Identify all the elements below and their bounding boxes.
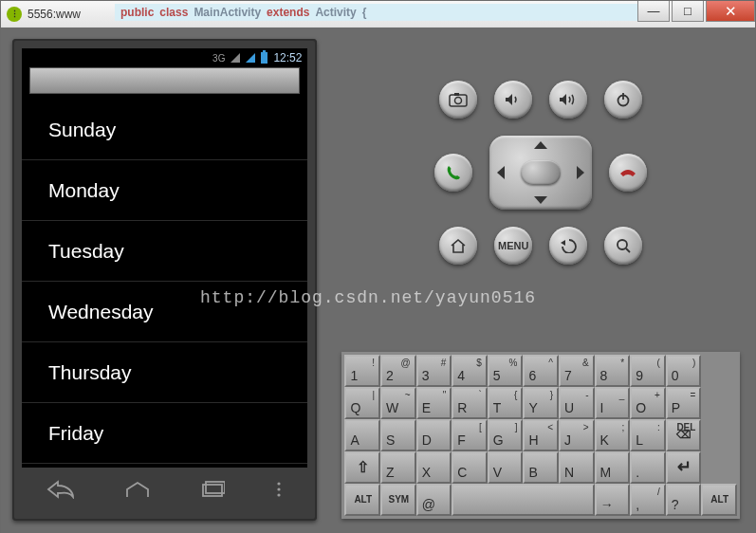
svg-line-11 [626,248,630,252]
power-button[interactable] [604,81,642,119]
dpad [489,136,592,210]
home-hw-button[interactable] [439,227,477,265]
end-call-button[interactable] [609,154,647,192]
list-item[interactable]: Thursday [22,342,307,403]
signal-icon [230,53,240,63]
key-X[interactable]: X [416,451,452,484]
status-bar: 3G 12:52 [22,48,307,67]
camera-button[interactable] [439,81,477,119]
key-→[interactable]: → [595,484,631,516]
volume-up-button[interactable] [549,81,587,119]
dpad-center[interactable] [521,160,561,185]
dpad-up[interactable] [534,141,547,149]
clock: 12:52 [273,51,302,64]
list-item[interactable]: Monday [22,160,307,221]
key-3[interactable]: 3# [416,355,452,387]
key-Z[interactable]: Z [380,451,416,484]
key-V[interactable]: V [488,451,524,484]
key-Y[interactable]: Y} [523,387,559,419]
close-button[interactable]: ✕ [706,1,755,22]
dpad-right[interactable] [577,166,584,179]
text-input[interactable] [29,67,300,94]
network-type: 3G [212,53,225,64]
menu-hw-button[interactable]: MENU [494,227,532,265]
key-F[interactable]: F[ [452,419,488,451]
key-↵[interactable]: ↵ [666,451,702,484]
volume-down-button[interactable] [494,81,532,119]
key-U[interactable]: U- [559,387,595,419]
key-K[interactable]: K; [595,419,631,451]
key-DEL[interactable]: ⌫DEL [666,419,702,451]
nav-bar [22,468,307,511]
key-9[interactable]: 9( [630,355,666,387]
key-A[interactable]: A [344,419,380,451]
battery-icon [261,52,267,64]
key-2[interactable]: 2@ [380,355,416,387]
key-C[interactable]: C [452,451,488,484]
key-⇧[interactable]: ⇧ [344,451,380,484]
key-4[interactable]: 4$ [452,355,488,387]
key-J[interactable]: J> [559,419,595,451]
key-SYM[interactable]: SYM [380,484,416,516]
key-P[interactable]: P= [666,387,702,419]
recent-apps-button[interactable] [200,480,225,499]
svg-rect-7 [454,93,459,96]
minimize-button[interactable]: — [637,1,670,22]
key-5[interactable]: 5% [488,355,524,387]
svg-point-6 [455,98,462,104]
key-ALT[interactable]: ALT [344,484,380,516]
device-frame: 3G 12:52 Sunday Monday Tuesday Wednesday… [12,39,317,521]
list-item[interactable]: Friday [22,403,307,464]
control-panel: MENU 1!2@3#4$5%6^7&8*9(0) Q|W~E"R`T{Y}U-… [332,39,744,523]
key-@[interactable]: @ [416,484,452,516]
list-item[interactable]: Wednesday [22,282,307,342]
key-D[interactable]: D [416,419,452,451]
key-ALT[interactable]: ALT [701,484,737,516]
key-?[interactable]: ? [666,484,702,516]
list-item[interactable]: Tuesday [22,221,307,282]
list-item[interactable]: Sunday [22,100,307,160]
workarea: 3G 12:52 Sunday Monday Tuesday Wednesday… [1,28,755,533]
titlebar: ⋮ 5556:www public class MainActivity ext… [1,1,755,28]
svg-point-4 [277,493,280,496]
svg-point-10 [618,240,627,249]
key-T[interactable]: T{ [488,387,524,419]
dpad-left[interactable] [497,166,505,179]
menu-button[interactable] [274,480,284,499]
key-6[interactable]: 6^ [523,355,559,387]
key-.[interactable]: . [630,451,666,484]
hardware-keyboard: 1!2@3#4$5%6^7&8*9(0) Q|W~E"R`T{Y}U-I_O+P… [341,352,740,519]
search-hw-button[interactable] [604,227,642,265]
key-O[interactable]: O+ [630,387,666,419]
key-space[interactable] [452,484,594,516]
emulator-window: ⋮ 5556:www public class MainActivity ext… [0,0,756,533]
key-E[interactable]: E" [416,387,452,419]
key-N[interactable]: N [559,451,595,484]
list-view[interactable]: Sunday Monday Tuesday Wednesday Thursday… [22,100,307,468]
back-button[interactable] [46,480,75,499]
key-R[interactable]: R` [452,387,488,419]
background-code-strip: public class MainActivity extends Activi… [115,4,651,21]
key-8[interactable]: 8* [595,355,631,387]
svg-point-2 [277,482,280,485]
dpad-down[interactable] [534,196,547,204]
key-B[interactable]: B [523,451,559,484]
key-1[interactable]: 1! [344,355,380,387]
key-0[interactable]: 0) [666,355,702,387]
key-W[interactable]: W~ [380,387,416,419]
window-buttons: — □ ✕ [636,1,755,22]
home-button[interactable] [123,480,152,499]
call-button[interactable] [434,154,472,192]
key-,[interactable]: ,/ [630,484,666,516]
key-I[interactable]: I_ [595,387,631,419]
maximize-button[interactable]: □ [672,1,704,22]
key-L[interactable]: L: [630,419,666,451]
key-Q[interactable]: Q| [344,387,380,419]
back-hw-button[interactable] [549,227,587,265]
key-7[interactable]: 7& [559,355,595,387]
key-S[interactable]: S [380,419,416,451]
key-H[interactable]: H< [523,419,559,451]
key-M[interactable]: M [595,451,631,484]
key-G[interactable]: G] [488,419,524,451]
svg-point-3 [277,487,280,490]
